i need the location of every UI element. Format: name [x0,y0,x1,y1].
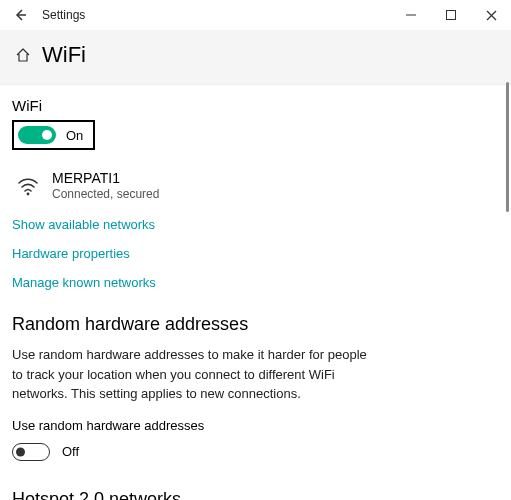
current-network[interactable]: MERPATI1 Connected, secured [12,170,497,201]
random-hw-toggle[interactable] [12,443,50,461]
maximize-button[interactable] [431,0,471,30]
random-hw-description: Use random hardware addresses to make it… [12,345,372,404]
random-hw-title: Random hardware addresses [12,314,497,335]
random-hw-toggle-row: Off [12,439,79,465]
content-area: WiFi On MERPATI1 Connected, secured Show… [0,85,511,500]
home-icon[interactable] [14,46,32,64]
show-networks-link[interactable]: Show available networks [12,217,497,232]
wifi-toggle-state: On [66,128,83,143]
wifi-toggle[interactable] [18,126,56,144]
close-button[interactable] [471,0,511,30]
page-header: WiFi [0,30,511,85]
manage-known-networks-link[interactable]: Manage known networks [12,275,497,290]
random-hw-toggle-label: Use random hardware addresses [12,418,497,433]
hotspot-title: Hotspot 2.0 networks [12,489,497,501]
wifi-section-label: WiFi [12,97,497,114]
network-status: Connected, secured [52,187,159,201]
network-name: MERPATI1 [52,170,159,186]
wifi-toggle-row: On [12,120,95,150]
wifi-icon [16,174,40,198]
back-button[interactable] [6,1,34,29]
svg-point-5 [27,192,30,195]
random-hw-toggle-state: Off [62,444,79,459]
titlebar: Settings [0,0,511,30]
page-title: WiFi [42,42,86,68]
minimize-button[interactable] [391,0,431,30]
svg-rect-2 [447,11,456,20]
hardware-properties-link[interactable]: Hardware properties [12,246,497,261]
scrollbar[interactable] [506,82,509,212]
window-title: Settings [42,8,85,22]
